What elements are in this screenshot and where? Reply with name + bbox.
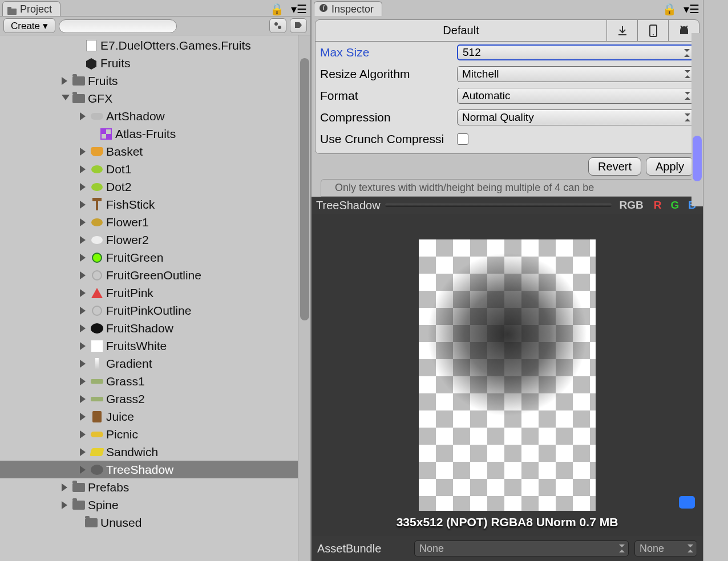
expand-arrow-icon[interactable] <box>80 165 88 173</box>
asset-label-icon[interactable] <box>679 496 695 509</box>
expand-arrow-icon[interactable] <box>62 95 70 103</box>
tree-item-treeshadow[interactable]: TreeShadow <box>0 461 310 478</box>
expand-arrow-icon[interactable] <box>62 77 70 85</box>
tree-item-atlas-fruits[interactable]: Atlas-Fruits <box>0 125 310 143</box>
tree-item-artshadow[interactable]: ArtShadow <box>0 107 310 125</box>
format-select[interactable]: Automatic <box>457 88 694 104</box>
tree-item-fruitshadow[interactable]: FruitShadow <box>0 319 310 337</box>
expand-arrow-icon[interactable] <box>80 377 88 385</box>
compression-select[interactable]: Normal Quality <box>457 109 694 125</box>
expand-arrow-icon[interactable] <box>62 501 70 509</box>
tree-item-spine[interactable]: Spine <box>0 496 310 514</box>
expand-arrow-icon[interactable] <box>80 183 88 191</box>
tree-item-e7.duelotters.games.fruits[interactable]: E7.DuelOtters.Games.Fruits <box>0 36 310 54</box>
scrollbar-thumb[interactable] <box>300 58 309 320</box>
expand-arrow-icon[interactable] <box>80 395 88 403</box>
tree-item-grass2[interactable]: Grass2 <box>0 390 310 408</box>
folder-icon <box>72 92 86 105</box>
svg-point-10 <box>653 34 654 35</box>
download-icon <box>617 25 628 36</box>
tree-item-juice[interactable]: Juice <box>0 408 310 425</box>
expand-arrow-icon[interactable] <box>62 483 70 491</box>
expand-arrow-icon[interactable] <box>80 342 88 350</box>
crunch-checkbox[interactable] <box>457 133 468 145</box>
expand-arrow-icon[interactable] <box>80 307 88 315</box>
inspector-tab[interactable]: i Inspector <box>314 1 382 16</box>
tree-item-fruits[interactable]: Fruits <box>0 72 310 90</box>
search-input[interactable] <box>59 19 177 33</box>
expand-arrow-icon[interactable] <box>80 218 88 226</box>
apply-button[interactable]: Apply <box>646 157 694 176</box>
tree-item-fruits[interactable]: Fruits <box>0 54 310 72</box>
tree-item-flower2[interactable]: Flower2 <box>0 231 310 249</box>
lock-icon[interactable]: 🔒 <box>266 2 288 16</box>
expand-arrow-icon[interactable] <box>80 271 88 279</box>
scrollbar-thumb[interactable] <box>693 136 702 181</box>
texture-preview[interactable]: 335x512 (NPOT) RGBA8 UNorm 0.7 MB <box>312 214 703 536</box>
tree-item-dot2[interactable]: Dot2 <box>0 178 310 196</box>
platform-tab-default[interactable]: Default <box>316 20 606 41</box>
scrollbar-vertical[interactable] <box>298 35 310 561</box>
expand-arrow-icon[interactable] <box>80 413 88 421</box>
tree-item-picnic[interactable]: Picnic <box>0 425 310 443</box>
assetbundle-select[interactable]: None <box>414 540 629 556</box>
tree-item-fruitgreenoutline[interactable]: FruitGreenOutline <box>0 266 310 284</box>
scrollbar-vertical[interactable] <box>691 33 703 206</box>
expand-arrow-icon[interactable] <box>80 466 88 474</box>
juice-icon <box>90 410 104 423</box>
expand-arrow-icon[interactable] <box>80 112 88 120</box>
platform-tab-ios[interactable] <box>637 20 668 41</box>
dot-icon <box>90 181 104 193</box>
filter-by-label-button[interactable] <box>290 18 307 33</box>
tree-item-fruitgreen[interactable]: FruitGreen <box>0 249 310 266</box>
expand-arrow-icon[interactable] <box>80 236 88 244</box>
expand-arrow-icon[interactable] <box>80 254 88 262</box>
channel-r[interactable]: R <box>652 199 664 212</box>
expand-arrow-icon[interactable] <box>80 430 88 438</box>
treeshadow-icon <box>90 464 104 476</box>
expand-arrow-icon[interactable] <box>80 148 88 156</box>
tree-item-label: Fruits <box>100 56 131 70</box>
tree-item-grass1[interactable]: Grass1 <box>0 372 310 390</box>
tree-item-fruitpink[interactable]: FruitPink <box>0 284 310 302</box>
tree-item-prefabs[interactable]: Prefabs <box>0 478 310 496</box>
tree-item-unused[interactable]: Unused <box>0 514 310 531</box>
platform-tab-standalone[interactable] <box>606 20 637 41</box>
expand-arrow-icon <box>74 519 82 527</box>
expand-arrow-icon[interactable] <box>80 201 88 209</box>
inspector-panel: i Inspector 🔒 ▾☰ Default <box>312 0 703 561</box>
expand-arrow-icon[interactable] <box>80 360 88 368</box>
tree-item-label: E7.DuelOtters.Games.Fruits <box>100 39 251 52</box>
assetbundle-variant-select[interactable]: None <box>634 540 697 556</box>
channel-g[interactable]: G <box>668 199 681 212</box>
file-icon <box>84 39 98 52</box>
tree-item-label: TreeShadow <box>106 463 173 477</box>
preview-header: TreeShadow RGB R G B <box>312 197 703 214</box>
revert-button[interactable]: Revert <box>588 157 641 176</box>
menu-icon[interactable]: ▾☰ <box>680 2 703 16</box>
tree-item-fishstick[interactable]: FishStick <box>0 196 310 213</box>
tree-item-fruitpinkoutline[interactable]: FruitPinkOutline <box>0 302 310 319</box>
project-tab[interactable]: Project <box>2 1 60 16</box>
tree-item-dot1[interactable]: Dot1 <box>0 160 310 178</box>
tree-item-basket[interactable]: Basket <box>0 143 310 160</box>
max-size-select[interactable]: 512 <box>457 44 694 60</box>
tree-item-fruitswhite[interactable]: FruitsWhite <box>0 337 310 355</box>
project-panel: Project 🔒 ▾☰ Create ▾ E7.DuelOtters.Game… <box>0 0 312 561</box>
menu-icon[interactable]: ▾☰ <box>288 2 310 16</box>
expand-arrow-icon[interactable] <box>80 289 88 297</box>
filter-by-type-button[interactable] <box>269 18 286 33</box>
tree-item-flower1[interactable]: Flower1 <box>0 213 310 231</box>
expand-arrow-icon <box>74 59 82 67</box>
preview-drag-handle[interactable] <box>385 204 612 207</box>
resize-select[interactable]: Mitchell <box>457 66 694 82</box>
tree-item-label: Grass2 <box>106 392 145 406</box>
expand-arrow-icon[interactable] <box>80 324 88 332</box>
tree-item-sandwich[interactable]: Sandwich <box>0 443 310 461</box>
lock-icon[interactable]: 🔒 <box>659 2 680 16</box>
tree-item-gfx[interactable]: GFX <box>0 90 310 107</box>
rgb-toggle[interactable]: RGB <box>616 199 647 212</box>
expand-arrow-icon[interactable] <box>80 448 88 456</box>
create-button[interactable]: Create ▾ <box>3 18 55 33</box>
tree-item-gradient[interactable]: Gradient <box>0 355 310 372</box>
